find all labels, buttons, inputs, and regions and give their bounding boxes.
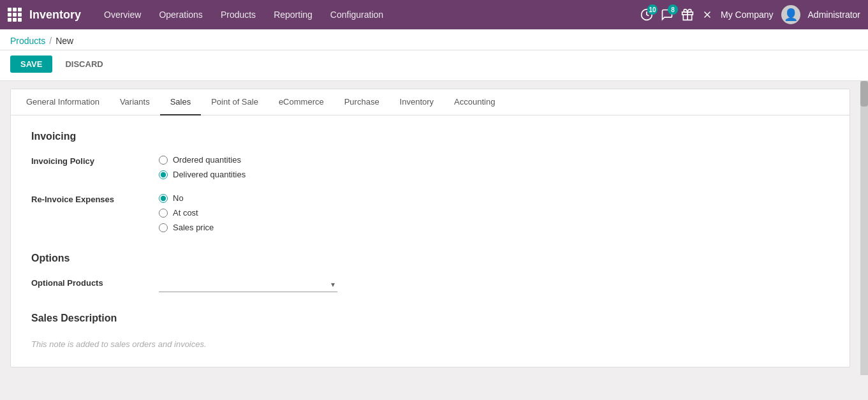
radio-at-cost-label: At cost <box>173 208 198 218</box>
radio-no-label: No <box>173 193 184 203</box>
radio-at-cost-input[interactable] <box>159 209 168 218</box>
clock-badge: 10 <box>647 4 658 15</box>
tab-point-of-sale[interactable]: Point of Sale <box>201 89 268 115</box>
action-bar: SAVE DISCARD <box>0 50 868 81</box>
company-name[interactable]: My Company <box>721 10 773 20</box>
optional-products-label: Optional Products <box>31 277 159 288</box>
reinvoice-expenses-field: No At cost Sales price <box>159 193 829 237</box>
radio-sales-price-input[interactable] <box>159 223 168 232</box>
sales-description-placeholder[interactable]: This note is added to sales orders and i… <box>31 337 829 352</box>
sales-description-title: Sales Description <box>31 313 829 324</box>
breadcrumb-parent[interactable]: Products <box>10 36 45 46</box>
optional-products-select[interactable] <box>159 277 337 292</box>
radio-ordered-quantities[interactable]: Ordered quantities <box>159 155 829 165</box>
nav-menu: Overview Operations Products Reporting C… <box>96 4 635 25</box>
radio-delivered-label: Delivered quantities <box>173 170 246 179</box>
tab-ecommerce[interactable]: eCommerce <box>268 89 334 115</box>
app-brand: Inventory <box>29 8 81 22</box>
main-content: General Information Variants Sales Point… <box>0 81 860 375</box>
nav-operations[interactable]: Operations <box>151 4 210 25</box>
breadcrumb-separator: / <box>49 36 52 46</box>
radio-ordered-label: Ordered quantities <box>173 155 241 165</box>
invoicing-policy-field: Ordered quantities Delivered quantities <box>159 155 829 184</box>
options-section: Options Optional Products <box>31 253 829 292</box>
sales-tab-content: Invoicing Invoicing Policy Ordered quant… <box>11 115 850 367</box>
radio-no[interactable]: No <box>159 193 829 203</box>
tab-sales[interactable]: Sales <box>160 89 202 115</box>
gift-icon-btn[interactable] <box>681 8 694 21</box>
scrollbar-thumb[interactable] <box>860 81 868 107</box>
optional-products-select-wrapper <box>159 277 337 292</box>
radio-delivered-quantities[interactable]: Delivered quantities <box>159 170 829 179</box>
chat-icon-btn[interactable]: 8 <box>661 8 673 21</box>
nav-products[interactable]: Products <box>213 4 263 25</box>
user-avatar[interactable]: 👤 <box>781 5 800 24</box>
invoicing-section-title: Invoicing <box>31 131 829 142</box>
reinvoice-expenses-row: Re-Invoice Expenses No At cost Sales <box>31 193 829 237</box>
breadcrumb-current: New <box>55 36 73 46</box>
save-button[interactable]: SAVE <box>10 56 52 73</box>
radio-no-input[interactable] <box>159 194 168 203</box>
tab-general-information[interactable]: General Information <box>16 89 110 115</box>
invoicing-policy-row: Invoicing Policy Ordered quantities Deli… <box>31 155 829 184</box>
sales-description-section: Sales Description This note is added to … <box>31 313 829 352</box>
chat-badge: 8 <box>668 4 678 15</box>
nav-overview[interactable]: Overview <box>96 4 149 25</box>
user-name[interactable]: Administrator <box>808 10 860 20</box>
optional-products-field <box>159 277 829 292</box>
radio-at-cost[interactable]: At cost <box>159 208 829 218</box>
tab-purchase[interactable]: Purchase <box>334 89 390 115</box>
nav-configuration[interactable]: Configuration <box>323 4 391 25</box>
close-icon-btn[interactable] <box>702 9 713 20</box>
reinvoice-expenses-label: Re-Invoice Expenses <box>31 193 159 204</box>
top-navigation: Inventory Overview Operations Products R… <box>0 0 868 29</box>
tab-variants[interactable]: Variants <box>110 89 160 115</box>
tab-inventory[interactable]: Inventory <box>390 89 444 115</box>
discard-button[interactable]: DISCARD <box>57 56 110 73</box>
apps-icon[interactable] <box>8 8 22 22</box>
radio-sales-price-label: Sales price <box>173 223 214 232</box>
invoicing-policy-label: Invoicing Policy <box>31 155 159 166</box>
breadcrumb: Products / New <box>0 29 868 50</box>
content-wrapper: General Information Variants Sales Point… <box>0 81 868 375</box>
radio-ordered-input[interactable] <box>159 156 168 165</box>
nav-right-area: 10 8 My Company 👤 Administrator <box>640 5 860 24</box>
nav-reporting[interactable]: Reporting <box>266 4 320 25</box>
clock-icon-btn[interactable]: 10 <box>640 8 653 21</box>
optional-products-row: Optional Products <box>31 277 829 292</box>
scrollbar[interactable] <box>860 81 868 375</box>
product-form: General Information Variants Sales Point… <box>10 89 850 367</box>
options-section-title: Options <box>31 253 829 264</box>
radio-sales-price[interactable]: Sales price <box>159 223 829 232</box>
tab-accounting[interactable]: Accounting <box>444 89 505 115</box>
radio-delivered-input[interactable] <box>159 170 168 179</box>
tabs-bar: General Information Variants Sales Point… <box>11 89 850 115</box>
